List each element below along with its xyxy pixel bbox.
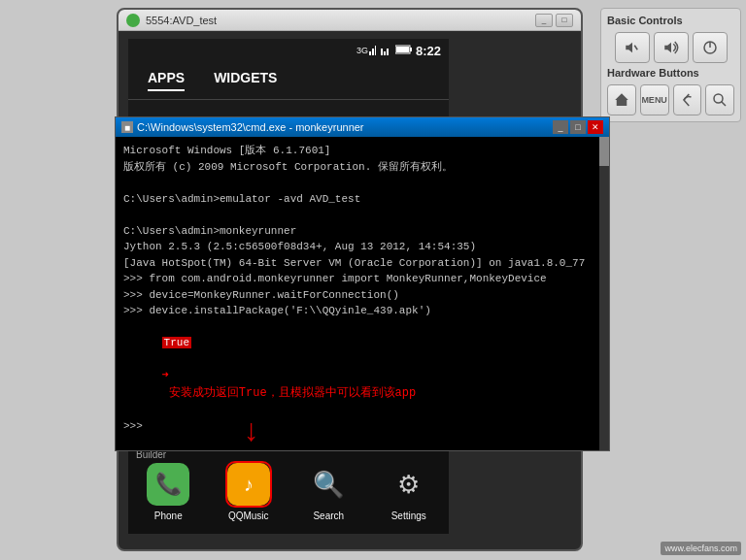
svg-marker-12 [664, 43, 671, 53]
settings-icon: ⚙ [397, 470, 420, 500]
search-icon-wrapper: 🔍 [305, 461, 352, 508]
minimize-button[interactable]: _ [535, 14, 553, 27]
svg-marker-10 [626, 43, 632, 53]
phone-icon-wrapper: 📞 [145, 461, 191, 508]
cmd-line-12: >>> [123, 418, 601, 435]
svg-text:3G: 3G [356, 46, 368, 55]
watermark: www.elecfans.com [661, 542, 741, 555]
wifi-icon [379, 44, 392, 57]
dock-app-qqmusic[interactable]: ♪ QQMusic [225, 461, 272, 521]
phone-icon-bg: 📞 [147, 463, 189, 506]
cmd-window: ■ C:\Windows\system32\cmd.exe - monkeyru… [115, 116, 610, 451]
hardware-buttons-title: Hardware Buttons [607, 67, 734, 79]
cmd-maximize-button[interactable]: □ [570, 120, 586, 134]
signal-icon: 3G [356, 44, 376, 57]
menu-label: MENU [641, 95, 667, 105]
settings-icon-bg: ⚙ [388, 463, 430, 506]
drawer-tabs: APPS WIDGETS [128, 62, 449, 100]
right-panel: Basic Controls Hardware Buttons [600, 8, 741, 122]
cmd-titlebar: ■ C:\Windows\system32\cmd.exe - monkeyru… [116, 117, 609, 137]
cmd-line-7: Jython 2.5.3 (2.5:c56500f08d34+, Aug 13 … [123, 239, 601, 255]
cmd-arrow-right: ➜ [162, 369, 169, 382]
qqmusic-icon-wrapper: ♪ [225, 461, 272, 508]
svg-rect-2 [372, 49, 374, 55]
cmd-title: C:\Windows\system32\cmd.exe - monkeyrunn… [137, 121, 364, 133]
android-status-bar: 3G [128, 39, 449, 62]
menu-button[interactable]: MENU [640, 84, 669, 115]
cmd-line-1: Microsoft Windows [版本 6.1.7601] [123, 143, 601, 159]
qqmusic-icon-bg: ♪ [227, 463, 270, 506]
search-nav-button[interactable] [705, 84, 734, 115]
dock-app-settings[interactable]: ⚙ Settings [386, 461, 432, 521]
cmd-line-6: C:\Users\admin>monkeyrunner [123, 223, 601, 240]
search-label: Search [313, 511, 344, 521]
dock-apps: 📞 Phone ♪ QQMusic [128, 453, 449, 521]
volume-controls [607, 32, 734, 63]
cmd-line-true: True ➜ 安装成功返回True，且模拟器中可以看到该app [123, 319, 601, 418]
dock-app-phone[interactable]: 📞 Phone [145, 461, 191, 521]
search-icon-bg: 🔍 [307, 463, 350, 506]
android-dock: Builder 📞 Phone ♪ [128, 446, 449, 534]
apps-tab[interactable]: APPS [148, 70, 185, 91]
cmd-line-2: 版权所有 (c) 2009 Microsoft Corporation. 保留所… [123, 159, 601, 176]
maximize-button[interactable]: □ [556, 14, 573, 27]
down-arrow: ↓ [242, 417, 260, 448]
cmd-line-5 [123, 207, 601, 223]
power-button[interactable] [693, 32, 728, 63]
window-controls[interactable]: _ □ [535, 14, 573, 27]
svg-rect-5 [381, 49, 383, 55]
cmd-annotation: 安装成功返回True，且模拟器中可以看到该app [162, 386, 417, 400]
battery-icon [395, 44, 413, 57]
emulator-icon [126, 14, 140, 27]
cmd-true-highlight: True [162, 337, 191, 348]
cmd-icon: ■ [121, 121, 133, 133]
cmd-scrollbar[interactable] [599, 137, 609, 450]
cmd-line-11: >>> device.installPackage('F:\\QQyinle_4… [123, 303, 601, 319]
dock-app-search[interactable]: 🔍 Search [305, 461, 352, 521]
home-button[interactable] [607, 84, 636, 115]
qqmusic-label: QQMusic [228, 511, 269, 521]
back-button[interactable] [673, 84, 702, 115]
volume-up-button[interactable] [654, 32, 689, 63]
phone-icon: 📞 [155, 472, 182, 497]
cmd-scrollbar-thumb[interactable] [599, 137, 609, 166]
svg-line-17 [722, 102, 727, 107]
cmd-content: Microsoft Windows [版本 6.1.7601] 版权所有 (c)… [116, 137, 609, 450]
cmd-line-10: >>> device=MonkeyRunner.waitForConnectio… [123, 287, 601, 304]
emulator-title: 5554:AVD_test [146, 15, 535, 26]
cmd-line-4: C:\Users\admin>emulator -avd AVD_test [123, 191, 601, 208]
svg-rect-9 [396, 47, 409, 52]
svg-rect-4 [384, 51, 386, 55]
status-icons: 3G [356, 44, 441, 58]
basic-controls-title: Basic Controls [607, 15, 734, 26]
cmd-close-button[interactable]: ✕ [588, 120, 603, 134]
cmd-line-8: [Java HotSpot(TM) 64-Bit Server VM (Orac… [123, 255, 601, 272]
svg-rect-1 [369, 51, 371, 55]
emulator-titlebar: 5554:AVD_test _ □ [119, 10, 581, 31]
settings-label: Settings [391, 511, 426, 521]
svg-line-11 [634, 46, 637, 50]
cmd-minimize-button[interactable]: _ [553, 120, 568, 134]
svg-rect-3 [375, 46, 376, 55]
qqmusic-icon: ♪ [244, 474, 254, 496]
settings-icon-wrapper: ⚙ [386, 461, 432, 508]
cmd-line-3 [123, 175, 601, 191]
cmd-line-9: >>> from com.android.monkeyrunner import… [123, 271, 601, 287]
phone-label: Phone [154, 511, 183, 521]
volume-down-button[interactable] [615, 32, 650, 63]
cmd-window-controls[interactable]: _ □ ✕ [553, 120, 603, 134]
widgets-tab[interactable]: WIDGETS [214, 70, 277, 91]
nav-controls: MENU [607, 84, 734, 115]
svg-marker-15 [615, 93, 628, 106]
search-icon: 🔍 [313, 470, 344, 500]
svg-rect-8 [410, 48, 412, 51]
time-display: 8:22 [416, 44, 441, 58]
svg-rect-6 [387, 49, 389, 55]
